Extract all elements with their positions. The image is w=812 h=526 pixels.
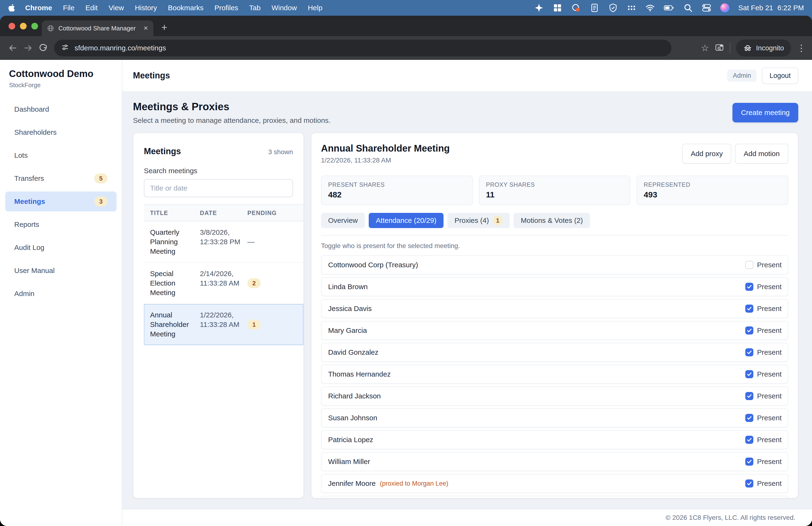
screen-recording-icon[interactable]: [571, 3, 581, 13]
search-meetings-input[interactable]: [144, 179, 293, 197]
new-tab-button[interactable]: +: [158, 21, 171, 34]
back-icon[interactable]: [6, 41, 19, 55]
attendee-row: Mary GarciaPresent: [321, 321, 788, 340]
meeting-row-title: Annual Shareholder Meeting: [144, 310, 200, 339]
tab-overview[interactable]: Overview: [321, 213, 365, 228]
wifi-icon[interactable]: [645, 3, 655, 13]
search-tabs-panel-icon[interactable]: [715, 43, 724, 53]
present-toggle[interactable]: Present: [745, 261, 782, 269]
spotlight-search-icon[interactable]: [683, 3, 693, 13]
present-toggle[interactable]: Present: [745, 480, 782, 487]
tab-proxies-4-[interactable]: Proxies (4)1: [447, 213, 510, 228]
checkbox-checked-icon[interactable]: [745, 370, 753, 378]
url-bar[interactable]: sfdemo.manring.co/meetings: [54, 40, 671, 56]
close-window-button[interactable]: [9, 23, 15, 29]
browser-menu-dots-icon[interactable]: ⋮: [797, 43, 806, 53]
sidebar-item-reports[interactable]: Reports: [5, 215, 117, 234]
checkbox-checked-icon[interactable]: [745, 436, 753, 444]
checkbox-checked-icon[interactable]: [745, 283, 753, 291]
apple-menu-icon[interactable]: [8, 3, 15, 12]
checkbox-checked-icon[interactable]: [745, 304, 753, 313]
present-toggle[interactable]: Present: [745, 326, 782, 335]
sparkle-icon[interactable]: [534, 3, 544, 13]
incognito-badge[interactable]: Incognito: [736, 40, 791, 57]
stat-card: Proxy shares11: [479, 175, 630, 205]
browser-toolbar: sfdemo.manring.co/meetings ☆ Incognito ⋮: [0, 36, 812, 60]
present-toggle[interactable]: Present: [745, 348, 782, 356]
tab-close-icon[interactable]: ✕: [143, 25, 148, 31]
menu-bar-clock[interactable]: Sat Feb 216:22 PM: [738, 4, 804, 12]
checkbox-checked-icon[interactable]: [745, 392, 753, 400]
tab-attendance-20-29-[interactable]: Attendance (20/29): [369, 213, 444, 228]
sidebar-item-audit-log[interactable]: Audit Log: [5, 238, 117, 257]
sidebar-item-lots[interactable]: Lots: [5, 145, 117, 165]
site-settings-tune-icon[interactable]: [61, 43, 69, 53]
menu-chrome[interactable]: Chrome: [25, 4, 52, 12]
bookmark-star-icon[interactable]: ☆: [701, 43, 709, 53]
browser-tab[interactable]: Cottonwood Share Manager ✕: [42, 20, 154, 36]
present-label: Present: [757, 392, 782, 400]
minimize-window-button[interactable]: [20, 23, 27, 29]
menu-view[interactable]: View: [108, 4, 124, 12]
attendee-proxy-note: (proxied to Morgan Lee): [380, 480, 448, 487]
meetings-panel-title: Meetings: [144, 146, 181, 156]
tab-label: Overview: [328, 216, 358, 225]
sidebar-item-shareholders[interactable]: Shareholders: [5, 122, 117, 142]
menu-file[interactable]: File: [63, 4, 74, 12]
present-toggle[interactable]: Present: [745, 283, 782, 291]
logout-button[interactable]: Logout: [762, 68, 798, 84]
add-motion-button[interactable]: Add motion: [735, 144, 788, 164]
checkbox-checked-icon[interactable]: [745, 414, 753, 422]
sidebar-item-dashboard[interactable]: Dashboard: [5, 99, 117, 119]
menu-help[interactable]: Help: [308, 4, 322, 12]
meeting-row[interactable]: Special Election Meeting2/14/2026, 11:33…: [144, 263, 303, 304]
tab-motions-votes-2-[interactable]: Motions & Votes (2): [513, 213, 590, 228]
menu-history[interactable]: History: [135, 4, 157, 12]
window-grid-icon[interactable]: [553, 3, 562, 13]
attendee-name: Mary Garcia: [328, 326, 367, 335]
menu-bookmarks[interactable]: Bookmarks: [168, 4, 203, 12]
sidebar-item-transfers[interactable]: Transfers5: [5, 168, 117, 188]
present-toggle[interactable]: Present: [745, 304, 782, 313]
zoom-window-button[interactable]: [31, 23, 38, 29]
attendee-row: Thomas HernandezPresent: [321, 365, 788, 384]
dots-grid-icon[interactable]: [627, 3, 636, 13]
tab-title: Cottonwood Share Manager: [58, 25, 139, 32]
menu-window[interactable]: Window: [272, 4, 297, 12]
battery-icon[interactable]: [664, 3, 674, 13]
checkbox-checked-icon[interactable]: [745, 480, 753, 487]
incognito-label: Incognito: [756, 44, 784, 52]
present-toggle[interactable]: Present: [745, 392, 782, 400]
sidebar-item-meetings[interactable]: Meetings3: [5, 191, 117, 211]
section-subtitle: Select a meeting to manage attendance, p…: [133, 116, 331, 125]
control-center-icon[interactable]: [702, 3, 711, 13]
meeting-row[interactable]: Annual Shareholder Meeting1/22/2026, 11:…: [144, 304, 303, 345]
sidebar-item-admin[interactable]: Admin: [5, 284, 117, 304]
menu-edit[interactable]: Edit: [86, 4, 98, 12]
siri-icon[interactable]: [720, 3, 729, 12]
checkbox-unchecked-icon[interactable]: [745, 261, 753, 269]
sidebar-item-label: Lots: [14, 151, 28, 159]
forward-icon[interactable]: [21, 41, 35, 55]
present-toggle[interactable]: Present: [745, 370, 782, 378]
menu-profiles[interactable]: Profiles: [214, 4, 238, 12]
attendee-name: Susan Johnson: [328, 414, 377, 422]
present-toggle[interactable]: Present: [745, 458, 782, 466]
notes-icon[interactable]: [590, 3, 599, 13]
sidebar-item-user-manual[interactable]: User Manual: [5, 261, 117, 281]
checkbox-checked-icon[interactable]: [745, 458, 753, 466]
tabs-divider: [321, 235, 788, 236]
test-badge-icon[interactable]: [608, 3, 618, 13]
reload-icon[interactable]: [37, 41, 50, 55]
checkbox-checked-icon[interactable]: [745, 326, 753, 335]
checkbox-checked-icon[interactable]: [745, 348, 753, 356]
add-proxy-button[interactable]: Add proxy: [682, 144, 731, 164]
attendee-row: David GonzalezPresent: [321, 343, 788, 362]
present-toggle[interactable]: Present: [745, 414, 782, 422]
attendee-row: Patricia LopezPresent: [321, 430, 788, 449]
present-toggle[interactable]: Present: [745, 436, 782, 444]
menu-tab[interactable]: Tab: [249, 4, 260, 12]
create-meeting-button[interactable]: Create meeting: [733, 103, 798, 122]
workspace: Meetings & Proxies Select a meeting to m…: [122, 91, 812, 509]
meeting-row[interactable]: Quarterly Planning Meeting3/8/2026, 12:3…: [144, 222, 303, 263]
